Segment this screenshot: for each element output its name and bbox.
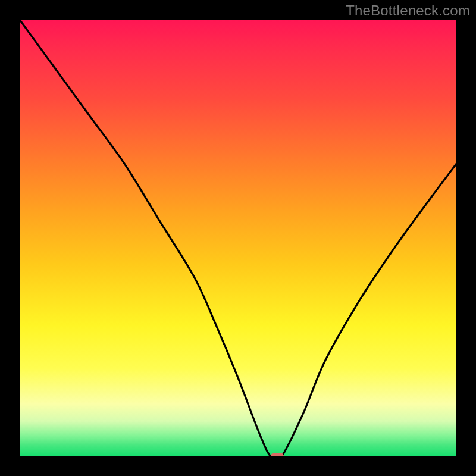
minimum-marker [271,453,284,456]
plot-area [20,20,456,456]
watermark-text: TheBottleneck.com [346,2,470,19]
chart-frame: TheBottleneck.com [0,0,476,476]
bottleneck-curve [20,20,456,456]
